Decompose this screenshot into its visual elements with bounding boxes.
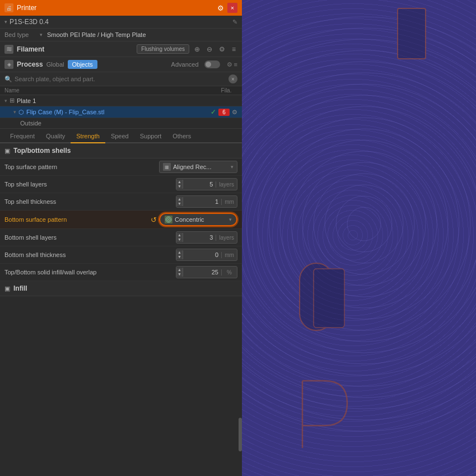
object-expand-arrow: ▾ [13,109,16,115]
edit-printer-icon[interactable]: ✎ [232,18,237,26]
infill-group-icon: ▣ [4,285,10,292]
search-row: 🔍 × [0,72,242,86]
plate-row[interactable]: ▾ ⊞ Plate 1 [0,95,242,106]
search-icon: 🔍 [4,76,12,83]
refresh-icon[interactable]: ↺ [151,216,157,224]
bottom-shell-thickness-label: Bottom shell thickness [4,251,176,258]
setting-bottom-shell-thickness[interactable]: Bottom shell thickness ▲ ▼ 0 mm [0,246,242,264]
settings-scroll-area[interactable]: ▣ Top/bottom shells Top surface pattern … [0,143,242,476]
setting-topbottom-infill[interactable]: Top/Bottom solid infill/wall overlap ▲ ▼… [0,264,242,281]
process-row: ◈ Process Global Objects Advanced ⚙ ≡ [0,57,242,72]
tab-quality[interactable]: Quality [40,129,71,143]
objects-button[interactable]: Objects [68,60,97,69]
pattern-dropdown-arrow: ▾ [231,164,234,170]
arrow-down[interactable]: ▼ [178,184,181,189]
arrow-down[interactable]: ▼ [178,255,181,259]
bottom-shell-layers-value: 3 [183,234,216,241]
process-icon-btns[interactable]: ⚙ ≡ [227,61,237,68]
topbottom-infill-box[interactable]: ▲ ▼ 25 % [176,266,237,278]
bed-type-label: Bed type [4,31,35,38]
arrow-down[interactable]: ▼ [178,272,181,277]
outside-row[interactable]: Outside [0,118,242,128]
svg-point-21 [166,217,171,222]
top-shell-thickness-arrows[interactable]: ▲ ▼ [176,197,183,206]
filament-icon-btn-4[interactable]: ≡ [230,45,237,53]
arrow-up[interactable]: ▲ [178,197,181,202]
setting-top-surface-pattern[interactable]: Top surface pattern ▦ Aligned Rec... ▾ [0,158,242,176]
outside-name: Outside [20,120,41,127]
svg-point-7 [269,129,459,319]
svg-rect-18 [398,8,426,59]
svg-point-3 [314,174,414,274]
arrow-up[interactable]: ▲ [178,268,181,272]
filament-icon-btn-2[interactable]: ⊖ [205,45,214,53]
filament-icon-btn-1[interactable]: ⊕ [193,45,202,53]
arrow-up[interactable]: ▲ [178,233,181,237]
aligned-rec-icon: ▦ [163,163,171,171]
object-settings-icon[interactable]: ⚙ [232,109,237,116]
svg-point-23 [168,219,169,220]
top-surface-pattern-value[interactable]: ▦ Aligned Rec... ▾ [159,161,237,173]
topbottom-infill-unit: % [221,269,237,276]
svg-point-2 [325,185,403,263]
flushing-volumes-button[interactable]: Flushing volumes [137,44,189,54]
advanced-toggle[interactable] [204,60,220,68]
arrow-down[interactable]: ▼ [178,202,181,206]
bottom-shell-layers-arrows[interactable]: ▲ ▼ [176,233,183,241]
arrow-down[interactable]: ▼ [178,237,181,242]
arrow-up[interactable]: ▲ [178,250,181,255]
filament-label: Filament [17,45,133,53]
topbottom-infill-arrows[interactable]: ▲ ▼ [176,268,183,276]
top-shell-layers-box[interactable]: ▲ ▼ 5 layers [176,178,237,190]
bottom-shell-layers-box[interactable]: ▲ ▼ 3 layers [176,231,237,244]
arrow-up[interactable]: ▲ [178,180,181,184]
object-row[interactable]: ▾ ⬡ Flip Case (M) - Flip_Case.stl ✓ 6 ⚙ [0,106,242,118]
close-button[interactable]: × [227,3,237,13]
tab-frequent[interactable]: Frequent [4,129,40,143]
svg-point-11 [224,84,476,364]
concentric-dropdown-arrow: ▾ [229,217,232,222]
settings-icon[interactable]: ⚙ [217,4,224,12]
group-header-infill: ▣ Infill [0,281,242,296]
scrollbar-indicator[interactable] [239,418,242,451]
object-tree: Name Fila. ▾ ⊞ Plate 1 ▾ ⬡ Flip Case (M)… [0,86,242,129]
advanced-label: Advanced [171,61,199,68]
bed-type-row: Bed type ▾ Smooth PEI Plate / High Temp … [0,29,242,41]
top-shell-thickness-value: 1 [183,198,221,205]
top-shell-thickness-box[interactable]: ▲ ▼ 1 mm [176,195,237,208]
bottom-shell-thickness-arrows[interactable]: ▲ ▼ [176,250,183,259]
top-shell-thickness-label: Top shell thickness [4,198,176,205]
bottom-shell-thickness-box[interactable]: ▲ ▼ 0 mm [176,249,237,261]
bottom-shell-layers-unit: layers [216,235,237,241]
global-button[interactable]: Global [46,61,64,68]
setting-bottom-surface-pattern[interactable]: Bottom surface pattern ↺ Concentric ▾ [0,211,242,229]
tab-speed[interactable]: Speed [105,129,134,143]
bottom-shell-thickness-value: 0 [183,251,221,258]
svg-point-8 [258,118,470,330]
setting-top-shell-thickness[interactable]: Top shell thickness ▲ ▼ 1 mm [0,193,242,211]
title-text: Printer [17,4,36,12]
bed-dropdown-arrow[interactable]: ▾ [40,32,43,38]
bed-type-value: Smooth PEI Plate / High Temp Plate [47,31,146,38]
search-clear-button[interactable]: × [228,74,237,83]
top-shell-layers-arrows[interactable]: ▲ ▼ [176,180,183,188]
tab-others[interactable]: Others [167,129,197,143]
infill-group-title: Infill [13,284,27,292]
shells-group-icon: ▣ [4,147,10,155]
setting-bottom-shell-layers[interactable]: Bottom shell layers ▲ ▼ 3 layers [0,229,242,246]
search-input[interactable] [15,76,226,82]
filament-icon-btn-3[interactable]: ⚙ [217,45,227,53]
object-check-icon: ✓ [211,108,216,116]
tab-strength[interactable]: Strength [71,129,105,143]
svg-point-1 [336,196,392,252]
printer-row: ▾ P1S-E3D 0.4 ✎ [0,16,242,29]
shells-group-title: Top/bottom shells [13,147,71,155]
tree-col-name: Name [4,87,215,94]
plate-icon: ⊞ [10,97,15,104]
group-header-shells: ▣ Top/bottom shells [0,143,242,158]
concentric-pattern-box[interactable]: Concentric ▾ [159,213,237,226]
tab-support[interactable]: Support [134,129,167,143]
left-panel: 🖨 Printer ⚙ × ▾ P1S-E3D 0.4 ✎ Bed type ▾… [0,0,242,476]
bottom-shell-thickness-unit: mm [221,252,237,258]
setting-top-shell-layers[interactable]: Top shell layers ▲ ▼ 5 layers [0,176,242,193]
